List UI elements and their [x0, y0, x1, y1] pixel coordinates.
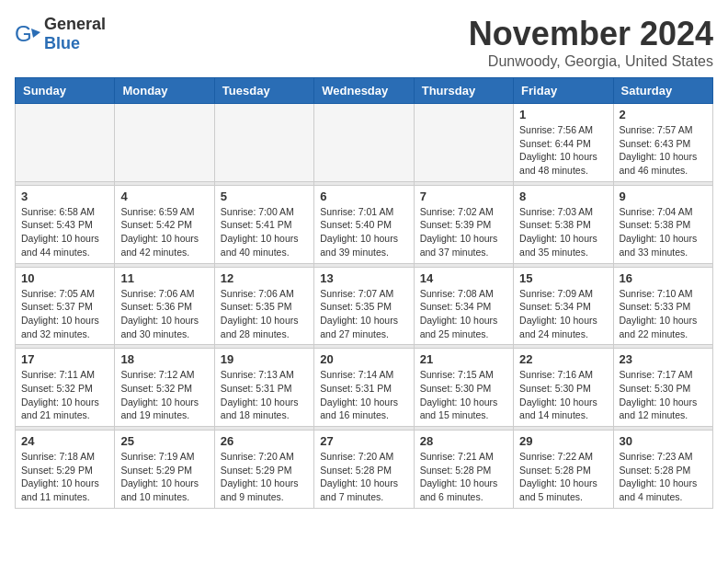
- day-info: Sunrise: 7:05 AM Sunset: 5:37 PM Dayligh…: [21, 287, 108, 341]
- day-info: Sunrise: 7:00 AM Sunset: 5:41 PM Dayligh…: [221, 205, 308, 259]
- day-info: Sunrise: 7:15 AM Sunset: 5:30 PM Dayligh…: [420, 368, 507, 422]
- calendar-day-cell: 26Sunrise: 7:20 AM Sunset: 5:29 PM Dayli…: [214, 431, 313, 509]
- day-info: Sunrise: 7:14 AM Sunset: 5:31 PM Dayligh…: [320, 368, 407, 422]
- calendar-day-cell: 2Sunrise: 7:57 AM Sunset: 6:43 PM Daylig…: [613, 104, 712, 182]
- day-number: 26: [221, 434, 308, 448]
- calendar-day-cell: 30Sunrise: 7:23 AM Sunset: 5:28 PM Dayli…: [613, 431, 712, 509]
- calendar-day-cell: [16, 104, 115, 182]
- day-number: 14: [420, 271, 507, 285]
- day-number: 11: [120, 271, 208, 285]
- day-info: Sunrise: 7:02 AM Sunset: 5:39 PM Dayligh…: [420, 205, 507, 259]
- calendar-day-cell: 17Sunrise: 7:11 AM Sunset: 5:32 PM Dayli…: [16, 349, 115, 427]
- calendar-day-cell: 27Sunrise: 7:20 AM Sunset: 5:28 PM Dayli…: [314, 431, 414, 509]
- calendar-day-cell: 19Sunrise: 7:13 AM Sunset: 5:31 PM Dayli…: [214, 349, 313, 427]
- calendar-day-cell: 8Sunrise: 7:03 AM Sunset: 5:38 PM Daylig…: [514, 185, 613, 263]
- day-number: 13: [320, 271, 407, 285]
- logo-icon: G: [15, 21, 40, 47]
- month-title: November 2024: [469, 15, 713, 53]
- day-info: Sunrise: 7:22 AM Sunset: 5:28 PM Dayligh…: [519, 450, 607, 504]
- day-of-week-header: Friday: [514, 78, 613, 104]
- calendar-day-cell: 10Sunrise: 7:05 AM Sunset: 5:37 PM Dayli…: [16, 267, 115, 345]
- calendar-day-cell: 4Sunrise: 6:59 AM Sunset: 5:42 PM Daylig…: [115, 185, 214, 263]
- day-number: 19: [221, 352, 308, 366]
- day-number: 22: [519, 352, 607, 366]
- day-info: Sunrise: 7:06 AM Sunset: 5:36 PM Dayligh…: [120, 287, 208, 341]
- calendar-day-cell: 24Sunrise: 7:18 AM Sunset: 5:29 PM Dayli…: [16, 431, 115, 509]
- day-info: Sunrise: 7:16 AM Sunset: 5:30 PM Dayligh…: [519, 368, 607, 422]
- day-number: 27: [320, 434, 407, 448]
- day-number: 4: [120, 190, 208, 203]
- day-number: 9: [620, 190, 707, 203]
- calendar-day-cell: 5Sunrise: 7:00 AM Sunset: 5:41 PM Daylig…: [214, 185, 313, 263]
- day-of-week-header: Sunday: [16, 78, 115, 104]
- svg-text:G: G: [15, 21, 32, 46]
- calendar-day-cell: 9Sunrise: 7:04 AM Sunset: 5:38 PM Daylig…: [613, 185, 712, 263]
- day-of-week-header: Saturday: [613, 78, 712, 104]
- calendar-day-cell: [414, 104, 513, 182]
- day-info: Sunrise: 7:17 AM Sunset: 5:30 PM Dayligh…: [620, 368, 707, 422]
- calendar-day-cell: 15Sunrise: 7:09 AM Sunset: 5:34 PM Dayli…: [514, 267, 613, 345]
- day-info: Sunrise: 7:03 AM Sunset: 5:38 PM Dayligh…: [519, 205, 607, 259]
- day-info: Sunrise: 7:11 AM Sunset: 5:32 PM Dayligh…: [21, 368, 108, 422]
- day-info: Sunrise: 7:01 AM Sunset: 5:40 PM Dayligh…: [320, 205, 407, 259]
- day-info: Sunrise: 7:20 AM Sunset: 5:28 PM Dayligh…: [320, 450, 407, 504]
- logo: G General Blue: [15, 15, 106, 53]
- calendar-day-cell: 7Sunrise: 7:02 AM Sunset: 5:39 PM Daylig…: [414, 185, 513, 263]
- calendar-week-row: 24Sunrise: 7:18 AM Sunset: 5:29 PM Dayli…: [16, 431, 713, 509]
- calendar-day-cell: 12Sunrise: 7:06 AM Sunset: 5:35 PM Dayli…: [214, 267, 313, 345]
- day-number: 24: [21, 434, 108, 448]
- day-info: Sunrise: 7:07 AM Sunset: 5:35 PM Dayligh…: [320, 287, 407, 341]
- day-number: 28: [420, 434, 507, 448]
- calendar-day-cell: 28Sunrise: 7:21 AM Sunset: 5:28 PM Dayli…: [414, 431, 513, 509]
- header: G General Blue November 2024 Dunwoody, G…: [15, 15, 713, 70]
- day-info: Sunrise: 7:12 AM Sunset: 5:32 PM Dayligh…: [120, 368, 208, 422]
- day-number: 16: [620, 271, 707, 285]
- calendar-week-row: 1Sunrise: 7:56 AM Sunset: 6:44 PM Daylig…: [16, 104, 713, 182]
- day-info: Sunrise: 7:18 AM Sunset: 5:29 PM Dayligh…: [21, 450, 108, 504]
- calendar-week-row: 10Sunrise: 7:05 AM Sunset: 5:37 PM Dayli…: [16, 267, 713, 345]
- title-area: November 2024 Dunwoody, Georgia, United …: [469, 15, 713, 70]
- day-number: 25: [120, 434, 208, 448]
- calendar-day-cell: 23Sunrise: 7:17 AM Sunset: 5:30 PM Dayli…: [613, 349, 712, 427]
- day-number: 7: [420, 190, 507, 203]
- day-number: 10: [21, 271, 108, 285]
- day-info: Sunrise: 7:09 AM Sunset: 5:34 PM Dayligh…: [519, 287, 607, 341]
- calendar-day-cell: [214, 104, 313, 182]
- calendar-day-cell: 3Sunrise: 6:58 AM Sunset: 5:43 PM Daylig…: [16, 185, 115, 263]
- calendar-day-cell: 14Sunrise: 7:08 AM Sunset: 5:34 PM Dayli…: [414, 267, 513, 345]
- day-info: Sunrise: 6:58 AM Sunset: 5:43 PM Dayligh…: [21, 205, 108, 259]
- calendar-day-cell: 13Sunrise: 7:07 AM Sunset: 5:35 PM Dayli…: [314, 267, 414, 345]
- calendar-day-cell: 20Sunrise: 7:14 AM Sunset: 5:31 PM Dayli…: [314, 349, 414, 427]
- day-info: Sunrise: 7:06 AM Sunset: 5:35 PM Dayligh…: [221, 287, 308, 341]
- day-info: Sunrise: 7:13 AM Sunset: 5:31 PM Dayligh…: [221, 368, 308, 422]
- calendar-day-cell: [115, 104, 214, 182]
- day-number: 3: [21, 190, 108, 203]
- day-number: 30: [620, 434, 707, 448]
- day-number: 23: [620, 352, 707, 366]
- calendar-day-cell: 11Sunrise: 7:06 AM Sunset: 5:36 PM Dayli…: [115, 267, 214, 345]
- day-number: 1: [519, 108, 607, 121]
- day-number: 2: [620, 108, 707, 121]
- calendar-day-cell: 16Sunrise: 7:10 AM Sunset: 5:33 PM Dayli…: [613, 267, 712, 345]
- calendar-day-cell: 22Sunrise: 7:16 AM Sunset: 5:30 PM Dayli…: [514, 349, 613, 427]
- calendar-day-cell: [314, 104, 414, 182]
- svg-marker-1: [31, 29, 40, 38]
- day-number: 17: [21, 352, 108, 366]
- day-info: Sunrise: 6:59 AM Sunset: 5:42 PM Dayligh…: [120, 205, 208, 259]
- calendar-header-row: SundayMondayTuesdayWednesdayThursdayFrid…: [16, 78, 713, 104]
- calendar: SundayMondayTuesdayWednesdayThursdayFrid…: [15, 77, 713, 509]
- day-info: Sunrise: 7:10 AM Sunset: 5:33 PM Dayligh…: [620, 287, 707, 341]
- day-info: Sunrise: 7:19 AM Sunset: 5:29 PM Dayligh…: [120, 450, 208, 504]
- day-number: 20: [320, 352, 407, 366]
- logo-text-blue: Blue: [44, 34, 80, 52]
- day-info: Sunrise: 7:08 AM Sunset: 5:34 PM Dayligh…: [420, 287, 507, 341]
- calendar-day-cell: 1Sunrise: 7:56 AM Sunset: 6:44 PM Daylig…: [514, 104, 613, 182]
- day-number: 29: [519, 434, 607, 448]
- day-info: Sunrise: 7:04 AM Sunset: 5:38 PM Dayligh…: [620, 205, 707, 259]
- day-info: Sunrise: 7:21 AM Sunset: 5:28 PM Dayligh…: [420, 450, 507, 504]
- day-info: Sunrise: 7:23 AM Sunset: 5:28 PM Dayligh…: [620, 450, 707, 504]
- day-info: Sunrise: 7:20 AM Sunset: 5:29 PM Dayligh…: [221, 450, 308, 504]
- day-number: 5: [221, 190, 308, 203]
- calendar-day-cell: 21Sunrise: 7:15 AM Sunset: 5:30 PM Dayli…: [414, 349, 513, 427]
- logo-text-general: General: [44, 15, 106, 33]
